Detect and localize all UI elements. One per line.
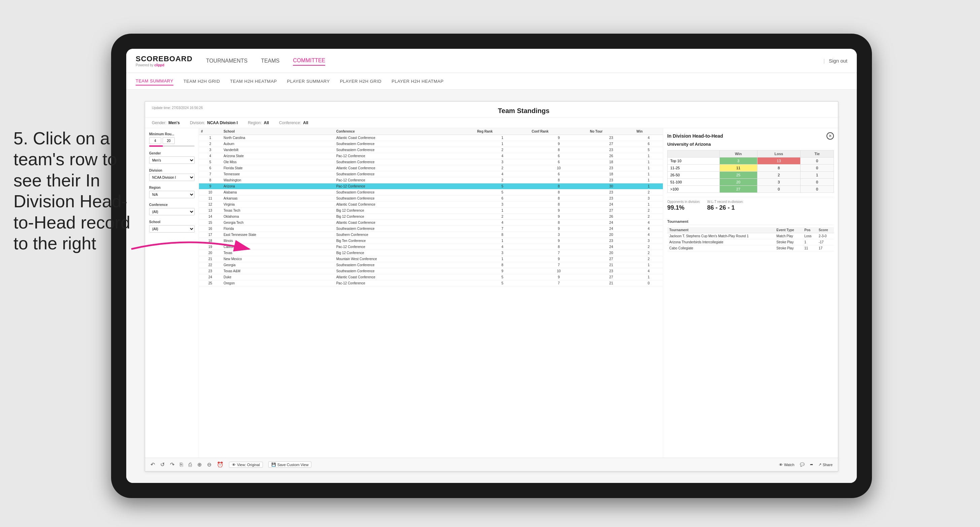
reg-rank-cell: 1 — [475, 256, 530, 262]
view-original-button[interactable]: 👁 View: Original — [229, 462, 263, 468]
t-pos-2: 1 — [802, 239, 817, 245]
win-cell: 2 — [635, 244, 663, 250]
school-cell: Auburn — [221, 141, 334, 147]
toolbar-right: 👁 Watch 💬 ➦ ↗ Share — [779, 462, 832, 467]
table-row[interactable]: 17 East Tennessee State Southern Confere… — [199, 232, 663, 238]
no-tour-cell: 24 — [588, 226, 634, 232]
t-col-pos: Pos — [802, 227, 817, 233]
clock-icon[interactable]: ⏰ — [217, 461, 224, 468]
h2h-col-loss: Loss — [757, 151, 800, 157]
comment-button[interactable]: 💬 — [800, 462, 805, 467]
sub-nav-player-summary[interactable]: PLAYER SUMMARY — [287, 78, 330, 85]
sign-out-label[interactable]: Sign out — [829, 58, 847, 63]
no-tour-cell: 24 — [588, 220, 634, 226]
undo-icon[interactable]: ↶ — [151, 461, 155, 468]
sub-nav-team-h2h-heatmap[interactable]: TEAM H2H HEATMAP — [230, 78, 277, 85]
h2h-close-button[interactable]: ✕ — [826, 132, 834, 140]
table-row[interactable]: 20 Texas Big 12 Conference 3 7 20 2 — [199, 250, 663, 256]
h2h-loss-11-25: 8 — [757, 165, 800, 171]
conf-rank-cell: 8 — [530, 189, 588, 195]
no-tour-cell: 23 — [588, 238, 634, 244]
table-row[interactable]: 3 Vanderbilt Southeastern Conference 2 8… — [199, 147, 663, 153]
h2h-loss-51-100: 3 — [757, 179, 800, 186]
table-row[interactable]: 13 Texas Tech Big 12 Conference 1 9 27 2 — [199, 208, 663, 214]
t-type-3: Stroke Play — [774, 245, 802, 251]
table-row[interactable]: 25 Oregon Pac-12 Conference 5 7 21 0 — [199, 280, 663, 286]
table-row[interactable]: 11 Arkansas Southeastern Conference 6 8 … — [199, 195, 663, 202]
present-button[interactable]: ➦ — [810, 462, 813, 467]
conf-rank-cell: 10 — [530, 165, 588, 171]
watch-button[interactable]: 👁 Watch — [779, 463, 794, 467]
copy-icon[interactable]: ⎘ — [180, 462, 183, 468]
t-score-2: -17 — [817, 239, 834, 245]
table-row[interactable]: 14 Oklahoma Big 12 Conference 2 9 26 2 — [199, 214, 663, 220]
table-row[interactable]: 19 California Pac-12 Conference 4 8 24 2 — [199, 244, 663, 250]
h2h-win-11-25: 11 — [719, 165, 757, 171]
win-cell: 6 — [635, 141, 663, 147]
table-row[interactable]: 10 Alabama Southeastern Conference 5 8 2… — [199, 189, 663, 195]
redo-small-icon[interactable]: ↺ — [160, 461, 165, 468]
conf-rank-cell: 9 — [530, 141, 588, 147]
table-row[interactable]: 8 Washington Pac-12 Conference 2 8 23 1 — [199, 177, 663, 183]
table-row[interactable]: 7 Tennessee Southeastern Conference 4 6 … — [199, 171, 663, 177]
no-tour-cell: 27 — [588, 208, 634, 214]
tablet-screen: SCOREBOARD Powered by clippd TOURNAMENTS… — [126, 49, 857, 483]
no-tour-cell: 26 — [588, 214, 634, 220]
nav-teams[interactable]: TEAMS — [261, 57, 279, 65]
table-row[interactable]: 16 Florida Southeastern Conference 7 9 2… — [199, 226, 663, 232]
region-dropdown[interactable]: N/A — [149, 191, 194, 198]
conf-rank-cell: 3 — [530, 232, 588, 238]
sub-nav-player-h2h-grid[interactable]: PLAYER H2H GRID — [340, 78, 382, 85]
sub-nav-team-h2h-grid[interactable]: TEAM H2H GRID — [183, 78, 220, 85]
table-row[interactable]: 12 Virginia Atlantic Coast Conference 3 … — [199, 202, 663, 208]
reg-rank-cell: 8 — [475, 262, 530, 268]
tournament-tbody: Jackson T. Stephens Cup Men's Match-Play… — [667, 233, 834, 251]
tablet-frame: SCOREBOARD Powered by clippd TOURNAMENTS… — [111, 34, 872, 498]
save-custom-button[interactable]: 💾 Save Custom View — [268, 461, 312, 468]
present-icon: ➦ — [810, 462, 813, 467]
t-type-2: Stroke Play — [774, 239, 802, 245]
table-row[interactable]: 9 Arizona Pac-12 Conference 5 8 30 1 — [199, 183, 663, 189]
school-cell: Georgia — [221, 262, 334, 268]
nav-separator: | — [824, 58, 825, 63]
min-rou-slider[interactable] — [149, 145, 194, 147]
conf-rank-cell: 7 — [530, 262, 588, 268]
min-rou-input-field2[interactable] — [162, 137, 175, 144]
sub-nav-team-summary[interactable]: TEAM SUMMARY — [136, 77, 173, 86]
redo-icon[interactable]: ↷ — [170, 461, 174, 468]
conf-rank-cell: 7 — [530, 280, 588, 286]
table-row[interactable]: 4 Arizona State Pac-12 Conference 4 6 26… — [199, 153, 663, 159]
division-dropdown[interactable]: NCAA Division I — [149, 174, 194, 181]
sub-nav-player-h2h-heatmap[interactable]: PLAYER H2H HEATMAP — [391, 78, 443, 85]
table-row[interactable]: 2 Auburn Southeastern Conference 1 9 27 … — [199, 141, 663, 147]
h2h-label-11-25: 11-25 — [668, 165, 720, 171]
nav-tournaments[interactable]: TOURNAMENTS — [206, 57, 247, 65]
min-rou-input-field[interactable] — [149, 137, 161, 144]
share-button[interactable]: ↗ Share — [818, 462, 832, 467]
table-row[interactable]: 21 New Mexico Mountain West Conference 1… — [199, 256, 663, 262]
rank-cell: 5 — [199, 159, 221, 165]
table-row[interactable]: 15 Georgia Tech Atlantic Coast Conferenc… — [199, 220, 663, 226]
nav-sign-out[interactable]: | Sign out — [824, 58, 847, 63]
conference-dropdown[interactable]: (All) — [149, 208, 194, 215]
table-row[interactable]: 18 Illinois Big Ten Conference 1 9 23 3 — [199, 238, 663, 244]
h2h-row-top10: Top 10 3 13 0 — [668, 157, 834, 165]
gender-dropdown[interactable]: Men's — [149, 157, 194, 164]
rank-cell: 3 — [199, 147, 221, 153]
nav-committee[interactable]: COMMITTEE — [293, 56, 325, 66]
no-tour-cell: 20 — [588, 232, 634, 238]
conf-rank-cell: 7 — [530, 250, 588, 256]
table-row[interactable]: 5 Ole Miss Southeastern Conference 3 6 1… — [199, 159, 663, 165]
minus-icon[interactable]: ⊖ — [207, 461, 212, 468]
tournament-title: Tournament — [667, 218, 834, 225]
table-row[interactable]: 24 Duke Atlantic Coast Conference 5 9 27… — [199, 274, 663, 280]
table-row[interactable]: 23 Texas A&M Southeastern Conference 9 1… — [199, 268, 663, 274]
table-row[interactable]: 1 North Carolina Atlantic Coast Conferen… — [199, 135, 663, 141]
paste-icon[interactable]: ⎙ — [189, 462, 192, 468]
table-row[interactable]: 6 Florida State Atlantic Coast Conferenc… — [199, 165, 663, 171]
school-dropdown[interactable]: (All) — [149, 225, 194, 233]
school-cell: Texas — [221, 250, 334, 256]
add-icon[interactable]: ⊕ — [197, 461, 202, 468]
table-row[interactable]: 22 Georgia Southeastern Conference 8 7 2… — [199, 262, 663, 268]
wlt-value: 86 - 26 - 1 — [707, 204, 744, 211]
